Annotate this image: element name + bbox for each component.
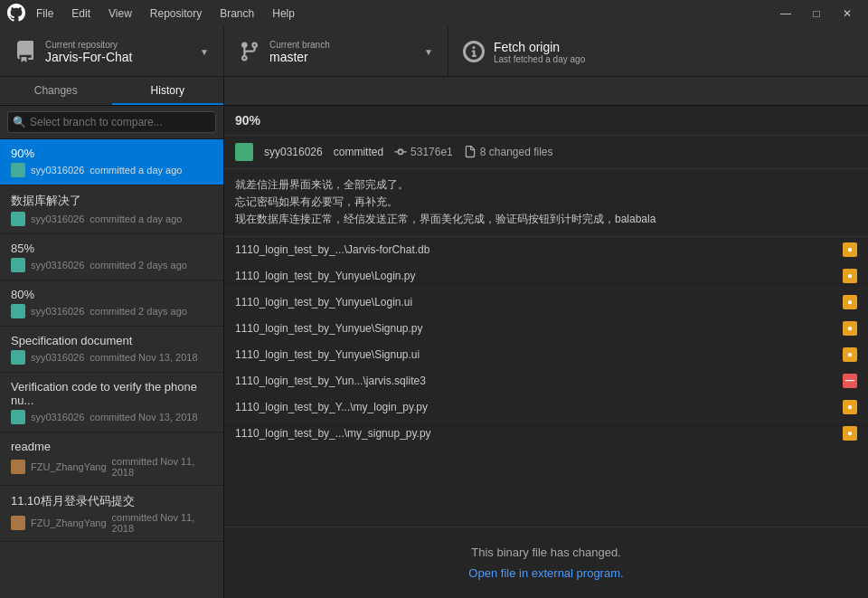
- item-avatar: [11, 212, 25, 226]
- item-avatar: [11, 350, 25, 365]
- commit-message-line: 忘记密码如果有必要写，再补充。: [235, 194, 857, 211]
- sidebar-item[interactable]: 90% syy0316026 committed a day ago: [0, 139, 223, 185]
- menu-repository[interactable]: Repository: [146, 7, 205, 20]
- sidebar-item[interactable]: 85% syy0316026 committed 2 days ago: [0, 234, 223, 280]
- tab-changes[interactable]: Changes: [0, 77, 112, 105]
- branch-selector[interactable]: Current branch master ▼: [224, 27, 448, 76]
- titlebar-controls: — □ ✕: [772, 5, 861, 23]
- branch-compare-input[interactable]: [7, 111, 216, 133]
- repo-name: Jarvis-For-Chat: [45, 50, 193, 64]
- commit-message-line: 就差信注册界面来说，全部完成了。: [235, 176, 857, 194]
- menu-file[interactable]: File: [33, 7, 57, 20]
- tab-history[interactable]: History: [112, 77, 224, 105]
- branch-name: master: [269, 50, 417, 64]
- left-tabs: Changes History: [0, 77, 224, 105]
- branch-content: Current branch master: [269, 40, 417, 64]
- file-row[interactable]: 1110_login_test_by_Yunyue\Login.ui ●: [224, 290, 868, 316]
- item-author: syy0316026: [31, 260, 84, 271]
- sidebar-item[interactable]: 11.10梧月登录代码提交 FZU_ZhangYang committed No…: [0, 486, 223, 542]
- item-title: readme: [11, 440, 212, 453]
- item-author: FZU_ZhangYang: [31, 517, 107, 528]
- file-row[interactable]: 1110_login_test_by_Yunyue\Signup.ui ●: [224, 342, 868, 368]
- item-action: committed a day ago: [90, 214, 182, 224]
- file-row[interactable]: 1110_login_test_by_Yun...\jarvis.sqlite3…: [224, 368, 868, 394]
- menu-view[interactable]: View: [105, 7, 136, 20]
- item-title: 90%: [11, 147, 212, 160]
- fetch-origin[interactable]: Fetch origin Last fetched a day ago: [448, 27, 868, 76]
- file-name: 1110_login_test_by_...\my_signup_py.py: [235, 427, 843, 440]
- commit-bar: syy0316026 committed 53176e1 8 changed f…: [224, 136, 868, 169]
- search-icon: 🔍: [13, 116, 26, 128]
- item-title: 80%: [11, 288, 212, 301]
- item-sub: FZU_ZhangYang committed Nov 11, 2018: [11, 456, 212, 478]
- item-action: committed Nov 11, 2018: [112, 512, 212, 534]
- item-title: Specification document: [11, 334, 212, 347]
- item-author: syy0316026: [31, 214, 84, 224]
- commit-author-avatar: [235, 143, 253, 161]
- item-action: committed Nov 13, 2018: [90, 412, 197, 422]
- item-title: 数据库解决了: [11, 193, 212, 209]
- item-action: committed 2 days ago: [90, 260, 187, 271]
- file-row[interactable]: 1110_login_test_by_Yunyue\Signup.py ●: [224, 316, 868, 342]
- item-avatar: [11, 410, 25, 424]
- maximize-button[interactable]: □: [803, 5, 830, 23]
- file-name: 1110_login_test_by_Yunyue\Login.ui: [235, 296, 843, 308]
- menu-branch[interactable]: Branch: [216, 7, 258, 20]
- titlebar: File Edit View Repository Branch Help — …: [0, 0, 868, 27]
- item-sub: syy0316026 committed a day ago: [11, 212, 212, 226]
- item-action: committed 2 days ago: [90, 306, 187, 317]
- branch-icon: [239, 41, 260, 62]
- item-action: committed Nov 13, 2018: [90, 352, 197, 363]
- sidebar: 🔍 90% syy0316026 committed a day ago 数据库…: [0, 106, 224, 598]
- close-button[interactable]: ✕: [834, 5, 861, 23]
- branch-label: Current branch: [269, 40, 417, 50]
- titlebar-menu: File Edit View Repository Branch Help: [33, 7, 772, 20]
- item-title: 11.10梧月登录代码提交: [11, 493, 212, 509]
- content-panel: 90% syy0316026 committed 53176e1 8 chang…: [224, 106, 868, 598]
- file-status-badge: ●: [843, 400, 857, 414]
- sidebar-item[interactable]: readme FZU_ZhangYang committed Nov 11, 2…: [0, 432, 223, 486]
- sidebar-item[interactable]: 80% syy0316026 committed 2 days ago: [0, 280, 223, 327]
- file-status-badge: ●: [843, 347, 857, 362]
- binary-notice: This binary file has changed. Open file …: [224, 527, 868, 598]
- file-name: 1110_login_test_by_...\Jarvis-forChat.db: [235, 243, 843, 256]
- file-name: 1110_login_test_by_Yunyue\Signup.py: [235, 322, 843, 335]
- branch-chevron-icon: ▼: [424, 47, 433, 57]
- repo-label: Current repository: [45, 40, 193, 50]
- commit-author-name: syy0316026: [264, 146, 323, 158]
- file-row[interactable]: 1110_login_test_by_Yunyue\Login.py ●: [224, 263, 868, 290]
- item-sub: syy0316026 committed Nov 13, 2018: [11, 410, 212, 424]
- commit-list: 90% syy0316026 committed a day ago 数据库解决…: [0, 139, 223, 598]
- content-title: 90%: [224, 106, 868, 136]
- item-title: Verification code to verify the phone nu…: [11, 380, 212, 407]
- file-row[interactable]: 1110_login_test_by_...\my_signup_py.py ●: [224, 421, 868, 447]
- item-avatar: [11, 163, 25, 177]
- file-status-badge: ●: [843, 426, 857, 441]
- item-sub: FZU_ZhangYang committed Nov 11, 2018: [11, 512, 212, 534]
- file-list: 1110_login_test_by_...\Jarvis-forChat.db…: [224, 237, 868, 527]
- sidebar-item[interactable]: Specification document syy0316026 commit…: [0, 327, 223, 373]
- changed-files-badge: 8 changed files: [464, 146, 553, 158]
- item-avatar: [11, 258, 25, 272]
- item-author: FZU_ZhangYang: [31, 461, 107, 472]
- item-author: syy0316026: [31, 412, 84, 422]
- sidebar-item[interactable]: Verification code to verify the phone nu…: [0, 373, 223, 432]
- file-status-badge: ●: [843, 269, 857, 283]
- repo-selector[interactable]: Current repository Jarvis-For-Chat ▼: [0, 27, 224, 76]
- menu-help[interactable]: Help: [269, 7, 298, 20]
- item-avatar: [11, 460, 25, 474]
- file-row[interactable]: 1110_login_test_by_...\Jarvis-forChat.db…: [224, 237, 868, 263]
- file-row[interactable]: 1110_login_test_by_Y...\my_login_py.py ●: [224, 394, 868, 421]
- open-external-link[interactable]: Open file in external program.: [468, 566, 623, 580]
- fetch-sub: Last fetched a day ago: [494, 54, 854, 64]
- menu-edit[interactable]: Edit: [68, 7, 94, 20]
- sidebar-item[interactable]: 数据库解决了 syy0316026 committed a day ago: [0, 185, 223, 234]
- file-status-badge: ●: [843, 321, 857, 336]
- item-avatar: [11, 304, 25, 318]
- commit-action-text: committed: [334, 146, 383, 158]
- repo-content: Current repository Jarvis-For-Chat: [45, 40, 193, 64]
- minimize-button[interactable]: —: [772, 5, 799, 23]
- commit-message: 就差信注册界面来说，全部完成了。忘记密码如果有必要写，再补充。现在数据库连接正常…: [224, 169, 868, 237]
- item-sub: syy0316026 committed a day ago: [11, 163, 212, 177]
- tabbar: Changes History: [0, 77, 868, 106]
